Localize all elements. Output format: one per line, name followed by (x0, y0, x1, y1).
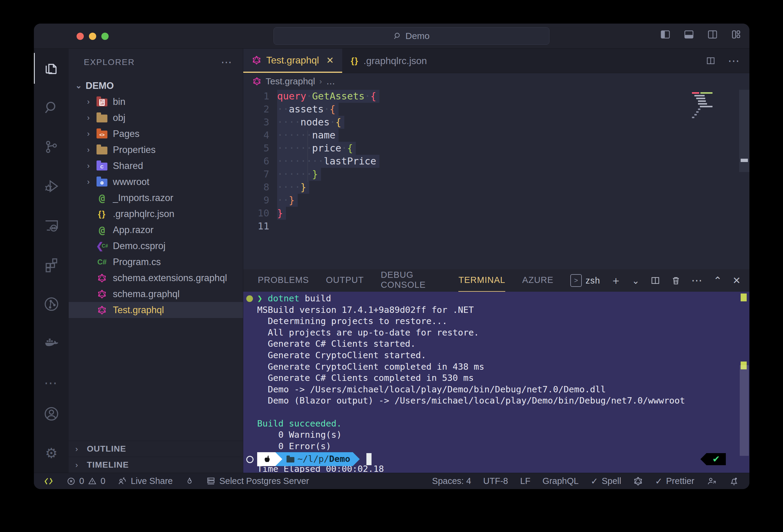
code-line[interactable]: 5 ······price·{ (243, 142, 749, 155)
tab-test-graphql[interactable]: Test.graphql ✕ (243, 49, 342, 73)
razor-file-icon: @ (95, 224, 108, 236)
terminal-scrollbar-thumb[interactable] (740, 365, 749, 456)
tree-file-app-razor[interactable]: @ App.razor (69, 222, 243, 238)
window-minimize-button[interactable] (89, 33, 96, 40)
tree-file-graphqlrc-json[interactable]: {} .graphqlrc.json (69, 206, 243, 222)
editor-scrollbar-thumb[interactable] (741, 159, 748, 162)
tab-debug-console[interactable]: DEBUG CONSOLE (381, 269, 441, 292)
panel-more-actions-icon[interactable]: ⋯ (691, 274, 703, 287)
breadcrumb-symbol[interactable]: … (326, 76, 335, 87)
indentation-indicator[interactable]: Spaces: 4 (432, 476, 471, 486)
tab-azure[interactable]: AZURE (522, 269, 553, 292)
tree-file-imports-razor[interactable]: @ _Imports.razor (69, 190, 243, 206)
file-tree: ⌄ DEMO › 0110 bin › obj › <> Pages › P (69, 78, 243, 318)
command-decoration-icon[interactable] (246, 295, 253, 302)
tree-file-test-graphql-selected[interactable]: Test.graphql (69, 302, 243, 318)
tree-file-schema-extensions-graphql[interactable]: schema.extensions.graphql (69, 270, 243, 286)
split-terminal-icon[interactable] (650, 275, 660, 286)
toggle-sidebar-icon[interactable] (660, 29, 671, 40)
timeline-section[interactable]: › TIMELINE (69, 457, 243, 473)
bell-icon (729, 476, 739, 486)
tab-terminal[interactable]: TERMINAL (458, 269, 505, 292)
extensions-icon[interactable] (34, 245, 69, 285)
code-line[interactable]: 4 ······name (243, 129, 749, 142)
new-terminal-icon[interactable]: ＋ (610, 273, 622, 288)
tree-file-program-cs[interactable]: C# Program.cs (69, 254, 243, 270)
code-editor[interactable]: 1 query·GetAssets·{ 2 ··assets·{ 3 ····n… (243, 90, 749, 269)
notifications-button[interactable] (729, 476, 739, 486)
source-control-icon[interactable] (34, 127, 69, 167)
tree-folder-bin[interactable]: › 0110 bin (69, 94, 243, 110)
close-tab-icon[interactable]: ✕ (326, 55, 334, 66)
folder-icon (95, 113, 108, 123)
maximize-panel-icon[interactable]: ⌃ (713, 274, 722, 287)
terminal-viewport[interactable]: ❯ dotnet build MSBuild version 17.4.1+9a… (243, 292, 749, 473)
code-line[interactable]: 11 (243, 220, 749, 233)
kill-terminal-icon[interactable] (671, 275, 681, 286)
terminal-dropdown-chevron-icon[interactable]: ⌄ (632, 275, 640, 286)
tab-output[interactable]: OUTPUT (326, 269, 364, 292)
settings-gear-icon[interactable]: ⚙ (34, 433, 69, 473)
postgres-server-button[interactable]: Select Postgres Server (206, 476, 309, 486)
tree-folder-wwwroot[interactable]: › ⊕ wwwroot (69, 174, 243, 190)
item-label: Program.cs (113, 257, 161, 267)
tree-file-schema-graphql[interactable]: schema.graphql (69, 286, 243, 302)
code-line[interactable]: 6 ········lastPrice (243, 155, 749, 168)
window-close-button[interactable] (76, 33, 84, 40)
problems-indicator[interactable]: 0 0 (67, 476, 105, 486)
breadcrumb[interactable]: Test.graphql › … (243, 73, 749, 90)
tree-folder-obj[interactable]: › obj (69, 110, 243, 126)
run-debug-icon[interactable] (34, 167, 69, 206)
close-panel-icon[interactable]: ✕ (732, 275, 741, 286)
tree-folder-properties[interactable]: › Properties (69, 142, 243, 158)
code-line[interactable]: 1 query·GetAssets·{ (243, 90, 749, 103)
editor-more-actions-icon[interactable]: ⋯ (728, 54, 740, 67)
language-mode-indicator[interactable]: GraphQL (542, 476, 578, 486)
customize-layout-icon[interactable] (731, 29, 742, 40)
code-line[interactable]: 3 ····nodes·{ (243, 116, 749, 129)
tab-label: Test.graphql (266, 55, 319, 66)
tab-graphqlrc-json[interactable]: {} .graphqlrc.json (342, 49, 435, 73)
item-label: App.razor (113, 225, 153, 235)
breadcrumb-file[interactable]: Test.graphql (265, 76, 315, 87)
item-label: schema.graphql (113, 289, 180, 300)
tree-file-demo-csproj[interactable]: ❮C# Demo.csproj (69, 238, 243, 254)
explorer-more-actions-icon[interactable]: ⋯ (221, 56, 233, 69)
code-line[interactable]: 10 } (243, 207, 749, 220)
command-center-search[interactable]: Demo (274, 27, 550, 45)
flame-button[interactable] (185, 477, 194, 486)
graphql-status-button[interactable] (633, 476, 643, 486)
graphql-extension-icon[interactable] (34, 285, 69, 324)
split-editor-icon[interactable] (707, 29, 718, 40)
remote-explorer-icon[interactable] (34, 206, 69, 245)
minimap[interactable] (692, 92, 737, 129)
tree-folder-pages[interactable]: › <> Pages (69, 126, 243, 142)
code-line[interactable]: 2 ··assets·{ (243, 103, 749, 116)
spell-checker-button[interactable]: ✓Spell (591, 476, 621, 486)
code-line[interactable]: 8 ····} (243, 181, 749, 194)
editor-tab-bar: Test.graphql ✕ {} .graphqlrc.json ⋯ (243, 49, 749, 73)
graphql-file-icon (95, 273, 108, 283)
explorer-icon[interactable] (34, 49, 69, 88)
tab-problems[interactable]: PROBLEMS (258, 269, 309, 292)
encoding-indicator[interactable]: UTF-8 (483, 476, 508, 486)
feedback-button[interactable] (707, 476, 717, 486)
terminal-instance-item[interactable]: > zsh (570, 274, 600, 287)
tree-root-demo[interactable]: ⌄ DEMO (69, 78, 243, 94)
eol-indicator[interactable]: LF (520, 476, 530, 486)
docker-icon[interactable] (34, 324, 69, 363)
terminal-output-line: Demo -> /Users/michael/local/play/Demo/b… (257, 384, 749, 395)
window-zoom-button[interactable] (101, 33, 108, 40)
account-icon[interactable] (34, 394, 69, 433)
toggle-panel-icon[interactable] (684, 29, 694, 40)
live-share-button[interactable]: Live Share (117, 476, 173, 486)
tree-folder-shared[interactable]: › C Shared (69, 158, 243, 174)
split-editor-icon[interactable] (706, 56, 716, 66)
code-line[interactable]: 9 ··} (243, 194, 749, 207)
remote-indicator[interactable] (44, 476, 55, 486)
search-sidebar-icon[interactable] (34, 88, 69, 127)
prettier-button[interactable]: ✓Prettier (655, 476, 694, 486)
root-label: DEMO (86, 80, 114, 91)
outline-section[interactable]: › OUTLINE (69, 441, 243, 457)
code-line[interactable]: 7 ······} (243, 168, 749, 181)
